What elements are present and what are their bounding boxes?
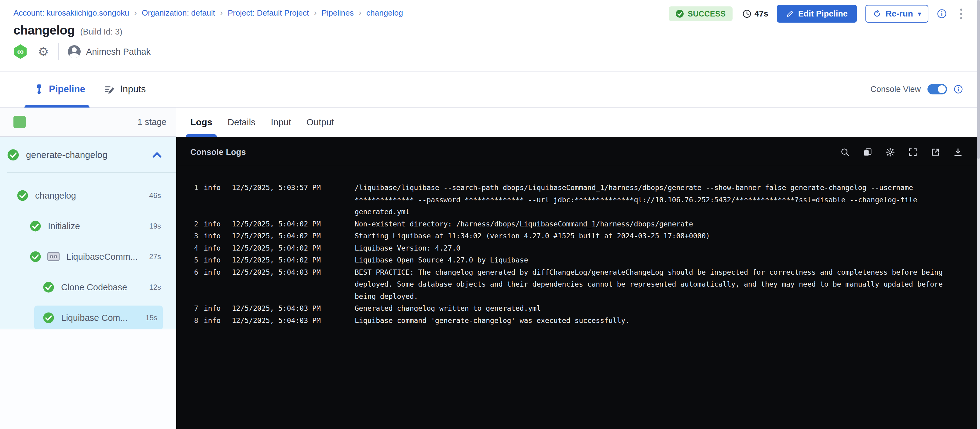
- breadcrumb-separator: ›: [314, 7, 317, 18]
- tab-inputs[interactable]: Inputs: [105, 72, 146, 107]
- log-line: 4info12/5/2025, 5:04:02 PMLiquibase Vers…: [193, 242, 966, 255]
- log-line-number: 7: [193, 303, 198, 315]
- step-name: Liquibase Com...: [61, 313, 128, 323]
- stage-count-label: 1 stage: [137, 117, 167, 127]
- pipeline-execution-page: Account: kurosakiichigo.songoku›Organiza…: [0, 0, 980, 429]
- page-header: Account: kurosakiichigo.songoku›Organiza…: [0, 0, 980, 71]
- stage-count-row: 1 stage: [0, 108, 176, 137]
- breadcrumb-link[interactable]: Organization: default: [142, 7, 215, 18]
- stage-root-name: generate-changelog: [26, 150, 108, 160]
- tab-inputs-label: Inputs: [120, 84, 146, 95]
- console-title: Console Logs: [190, 148, 246, 157]
- log-line: 1info12/5/2025, 5:03:57 PM/liquibase/liq…: [193, 182, 966, 218]
- ci-module-icon: ∞: [13, 44, 27, 59]
- log-timestamp: 12/5/2025, 5:04:03 PM: [232, 315, 349, 327]
- log-timestamp: 12/5/2025, 5:04:02 PM: [232, 230, 349, 242]
- stage-tree-panel: generate-changelog changelog46sInitializ…: [0, 137, 176, 329]
- search-icon[interactable]: [840, 147, 850, 157]
- log-message: Liquibase Version: 4.27.0: [355, 242, 966, 255]
- log-level: info: [204, 218, 226, 230]
- log-message: Generated changelog written to generated…: [355, 303, 966, 315]
- console-log-body[interactable]: 1info12/5/2025, 5:03:57 PM/liquibase/liq…: [176, 165, 980, 429]
- step-row[interactable]: Liquibase Com...15s: [34, 306, 163, 330]
- log-timestamp: 12/5/2025, 5:04:03 PM: [232, 266, 349, 303]
- breadcrumb-link[interactable]: Pipelines: [321, 7, 354, 18]
- build-settings-gear-icon[interactable]: ⚙: [38, 46, 49, 58]
- log-line: 7info12/5/2025, 5:04:03 PMGenerated chan…: [193, 303, 966, 315]
- log-level: info: [204, 254, 226, 266]
- log-level: info: [204, 315, 226, 327]
- step-success-check-icon: [43, 281, 54, 293]
- log-timestamp: 12/5/2025, 5:04:02 PM: [232, 218, 349, 230]
- log-line-number: 8: [193, 315, 198, 327]
- open-in-new-icon[interactable]: [931, 147, 940, 157]
- scrollbar-thumb[interactable]: [977, 0, 980, 159]
- log-timestamp: 12/5/2025, 5:04:02 PM: [232, 242, 349, 255]
- log-line: 2info12/5/2025, 5:04:02 PMNon-existent d…: [193, 218, 966, 230]
- duration-indicator: 47s: [742, 9, 768, 19]
- step-success-check-icon: [30, 251, 41, 263]
- log-line-number: 3: [193, 230, 198, 242]
- step-row[interactable]: LiquibaseComm...27s: [0, 241, 176, 272]
- content-area: 1 stage generate-changelog changelog46sI…: [0, 108, 980, 429]
- page-title: changelog: [13, 23, 75, 38]
- console-tab-input[interactable]: Input: [270, 108, 291, 137]
- step-row[interactable]: Initialize19s: [0, 211, 176, 241]
- console-view-toggle[interactable]: [928, 84, 947, 94]
- duration-text: 47s: [754, 9, 768, 19]
- log-timestamp: 12/5/2025, 5:04:03 PM: [232, 303, 349, 315]
- step-group-icon: [47, 252, 60, 261]
- main-tabbar: Pipeline Inputs Console View: [0, 71, 980, 108]
- console-toolbar: [840, 147, 963, 157]
- step-list: changelog46sInitialize19sLiquibaseComm..…: [0, 173, 176, 330]
- step-name: Clone Codebase: [61, 282, 127, 292]
- tab-pipeline-label: Pipeline: [49, 84, 85, 95]
- step-success-check-icon: [43, 312, 54, 324]
- console-panel: Console Logs: [176, 137, 980, 429]
- log-line: 6info12/5/2025, 5:04:03 PMBEST PRACTICE:…: [193, 266, 966, 303]
- stage-root-row[interactable]: generate-changelog: [0, 145, 176, 165]
- log-line-number: 1: [193, 182, 198, 218]
- console-view-control: Console View: [870, 72, 980, 107]
- breadcrumb-link[interactable]: Project: Default Project: [228, 7, 309, 18]
- info-icon[interactable]: [937, 9, 947, 19]
- stage-sidebar: 1 stage generate-changelog changelog46sI…: [0, 108, 176, 429]
- console-tab-output[interactable]: Output: [306, 108, 334, 137]
- step-row[interactable]: Clone Codebase12s: [0, 272, 176, 303]
- log-message: Liquibase Open Source 4.27.0 by Liquibas…: [355, 254, 966, 266]
- breadcrumb-separator: ›: [220, 7, 223, 18]
- copy-icon[interactable]: [863, 147, 872, 157]
- tab-pipeline[interactable]: Pipeline: [34, 72, 85, 107]
- page-scrollbar[interactable]: [977, 0, 980, 429]
- rerun-refresh-icon: [873, 10, 881, 18]
- download-icon[interactable]: [953, 147, 963, 157]
- console-tab-details[interactable]: Details: [228, 108, 256, 137]
- log-level: info: [204, 266, 226, 303]
- console-tab-logs[interactable]: Logs: [190, 108, 212, 137]
- step-name: Initialize: [48, 221, 80, 231]
- step-duration: 15s: [145, 314, 158, 322]
- step-row[interactable]: changelog46s: [0, 180, 176, 211]
- console-header: Console Logs: [176, 137, 980, 165]
- build-id-label: (Build Id: 3): [80, 27, 123, 37]
- console-view-info-icon[interactable]: [954, 85, 963, 94]
- breadcrumb-link[interactable]: Account: kurosakiichigo.songoku: [13, 7, 129, 18]
- step-duration: 19s: [149, 222, 161, 230]
- log-message: Starting Liquibase at 11:34:02 (version …: [355, 230, 966, 242]
- log-message: Liquibase command 'generate-changelog' w…: [355, 315, 966, 327]
- fullscreen-icon[interactable]: [908, 147, 918, 157]
- console-column: LogsDetailsInputOutput Console Logs: [176, 108, 980, 429]
- log-settings-gear-icon[interactable]: [885, 147, 895, 157]
- breadcrumb-link[interactable]: changelog: [366, 7, 403, 18]
- status-badge: SUCCESS: [669, 6, 732, 21]
- log-line-number: 6: [193, 266, 198, 303]
- more-options-menu[interactable]: [957, 7, 965, 21]
- step-success-check-icon: [17, 190, 29, 201]
- rerun-button[interactable]: Re-run ▾: [865, 5, 928, 22]
- collapse-chevron-up-icon[interactable]: [152, 151, 162, 159]
- user-name: Animesh Pathak: [86, 47, 151, 57]
- console-tabbar: LogsDetailsInputOutput: [176, 108, 980, 137]
- step-success-check-icon: [30, 220, 41, 232]
- log-line: 5info12/5/2025, 5:04:02 PMLiquibase Open…: [193, 254, 966, 266]
- edit-pipeline-button[interactable]: Edit Pipeline: [777, 5, 857, 22]
